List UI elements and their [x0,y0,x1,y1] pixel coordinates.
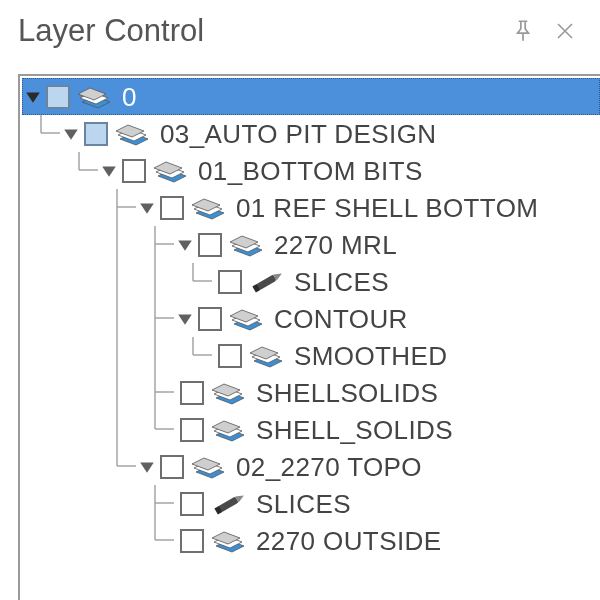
expand-toggle[interactable] [98,160,120,182]
layer-label: SLICES [256,491,351,517]
pen-icon [208,489,248,519]
expand-toggle[interactable] [60,123,82,145]
visibility-checkbox[interactable] [122,159,146,183]
tree-row[interactable]: 2270 MRL [22,226,600,263]
tree-row[interactable]: SLICES [22,263,600,300]
expand-toggle[interactable] [174,308,196,330]
svg-marker-25 [178,240,192,250]
tree-row[interactable]: SMOOTHED [22,337,600,374]
pen-icon [246,267,286,297]
layers-icon [188,452,228,482]
visibility-checkbox[interactable] [160,455,184,479]
layers-icon [208,378,248,408]
titlebar: Layer Control [0,0,600,62]
visibility-checkbox[interactable] [84,122,108,146]
layer-label: SMOOTHED [294,343,447,369]
layer-label: 2270 OUTSIDE [256,528,441,554]
expand-toggle[interactable] [22,86,44,108]
layer-label: 0 [122,84,137,110]
layers-icon [74,82,114,112]
tree-row[interactable]: 01 REF SHELL BOTTOM [22,189,600,226]
visibility-checkbox[interactable] [180,529,204,553]
layer-label: 03_AUTO PIT DESIGN [160,121,436,147]
close-button[interactable] [544,10,586,52]
visibility-checkbox[interactable] [160,196,184,220]
visibility-checkbox[interactable] [198,233,222,257]
layers-icon [226,230,266,260]
layers-icon [208,526,248,556]
tree-row[interactable]: 0 [22,78,600,115]
visibility-checkbox[interactable] [180,381,204,405]
layer-control-panel: Layer Control 003_AUTO PIT DESIGN01_BOTT… [0,0,600,600]
close-icon [553,19,577,43]
layer-label: 02_2270 TOPO [236,454,422,480]
svg-marker-0 [26,92,40,102]
layers-icon [188,193,228,223]
layer-label: SLICES [294,269,389,295]
layers-icon [150,156,190,186]
layers-icon [226,304,266,334]
layer-label: 01 REF SHELL BOTTOM [236,195,538,221]
layer-label: 01_BOTTOM BITS [198,158,423,184]
expand-toggle[interactable] [136,197,158,219]
svg-marker-18 [140,203,154,213]
layers-icon [246,341,286,371]
tree-row[interactable]: SHELLSOLIDS [22,374,600,411]
tree-row[interactable]: 2270 OUTSIDE [22,522,600,559]
layer-label: CONTOUR [274,306,408,332]
layer-tree[interactable]: 003_AUTO PIT DESIGN01_BOTTOM BITS01 REF … [22,78,600,600]
visibility-checkbox[interactable] [180,418,204,442]
tree-row[interactable]: 03_AUTO PIT DESIGN [22,115,600,152]
svg-marker-12 [102,166,116,176]
visibility-checkbox[interactable] [180,492,204,516]
layers-icon [112,119,152,149]
layer-label: SHELLSOLIDS [256,380,438,406]
expand-toggle[interactable] [136,456,158,478]
layer-label: 2270 MRL [274,232,397,258]
layers-icon [208,415,248,445]
panel-title: Layer Control [18,13,502,49]
expand-toggle[interactable] [174,234,196,256]
svg-marker-6 [64,129,78,139]
tree-row[interactable]: CONTOUR [22,300,600,337]
pin-icon [510,18,536,44]
pin-button[interactable] [502,10,544,52]
visibility-checkbox[interactable] [46,85,70,109]
visibility-checkbox[interactable] [198,307,222,331]
visibility-checkbox[interactable] [218,270,242,294]
visibility-checkbox[interactable] [218,344,242,368]
tree-row[interactable]: SLICES [22,485,600,522]
layer-label: SHELL_SOLIDS [256,417,453,443]
tree-row[interactable]: SHELL_SOLIDS [22,411,600,448]
tree-row[interactable]: 02_2270 TOPO [22,448,600,485]
tree-row[interactable]: 01_BOTTOM BITS [22,152,600,189]
svg-marker-64 [140,462,154,472]
svg-marker-39 [178,314,192,324]
